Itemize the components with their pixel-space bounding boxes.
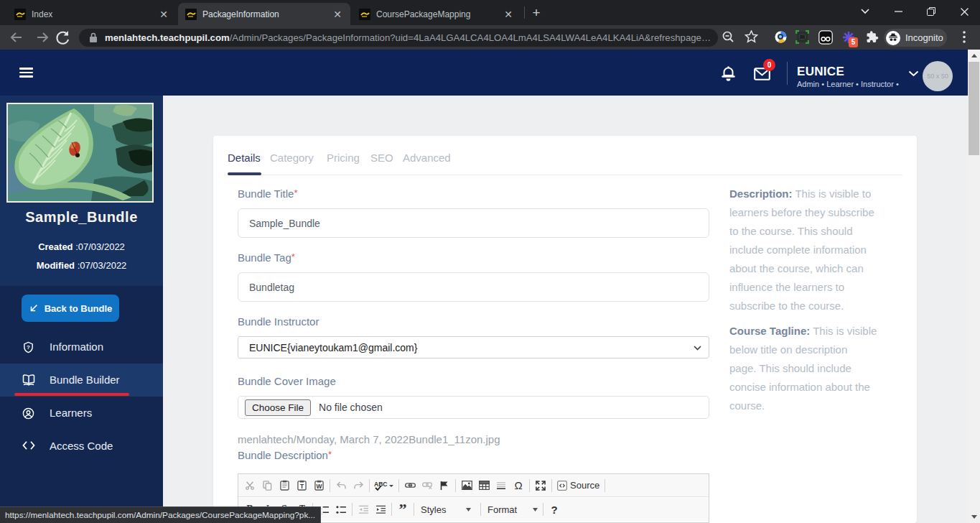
svg-text:?: ? (27, 344, 30, 351)
svg-text:W: W (316, 483, 322, 490)
svg-text:T: T (299, 483, 303, 490)
